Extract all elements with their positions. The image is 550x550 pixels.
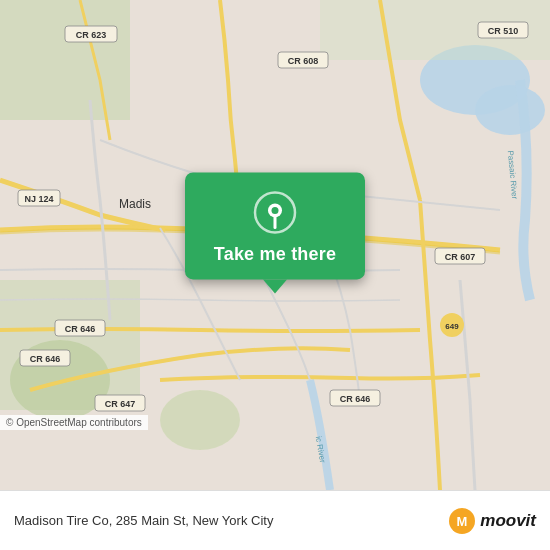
svg-text:CR 607: CR 607 [445,252,476,262]
moovit-logo: M moovit [448,507,536,535]
svg-text:CR 623: CR 623 [76,30,107,40]
svg-text:M: M [457,514,468,529]
svg-point-35 [272,207,279,214]
tooltip-pointer [263,279,287,293]
moovit-icon: M [448,507,476,535]
address-text: Madison Tire Co, 285 Main St, New York C… [14,513,448,528]
moovit-brand-text: moovit [480,511,536,531]
tooltip-box: Take me there [185,172,365,279]
svg-text:CR 646: CR 646 [65,324,96,334]
svg-point-2 [475,85,545,135]
svg-rect-3 [0,0,130,120]
svg-text:CR 646: CR 646 [340,394,371,404]
svg-text:649: 649 [445,322,459,331]
svg-text:Madis: Madis [119,197,151,211]
svg-text:CR 608: CR 608 [288,56,319,66]
location-pin-icon [253,190,297,234]
svg-text:CR 646: CR 646 [30,354,61,364]
svg-text:CR 647: CR 647 [105,399,136,409]
map-area: CR 623 CR 510 NJ 124 CR 608 NJ 124 CR 60… [0,0,550,490]
svg-text:CR 510: CR 510 [488,26,519,36]
take-me-there-button[interactable]: Take me there [214,244,336,265]
svg-text:NJ 124: NJ 124 [24,194,53,204]
bottom-info-bar: Madison Tire Co, 285 Main St, New York C… [0,490,550,550]
map-tooltip: Take me there [185,172,365,293]
map-copyright: © OpenStreetMap contributors [0,415,148,430]
svg-point-6 [160,390,240,450]
